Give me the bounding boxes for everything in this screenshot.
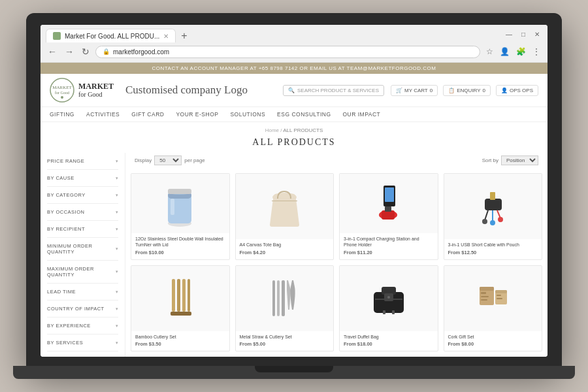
- announcement-text: CONTACT AN ACCOUNT MANAGER AT +65 8798 7…: [152, 65, 436, 71]
- enquiry-icon: 📋: [448, 88, 455, 93]
- svg-point-3: [61, 96, 63, 99]
- chevron-down-icon: ▾: [116, 210, 119, 215]
- svg-rect-31: [282, 280, 285, 316]
- browser-tab[interactable]: Market For Good. ALL PRODU... ✕: [46, 29, 176, 42]
- sidebar-filter-country: COUNTRY OF IMPACT ▾: [47, 306, 118, 318]
- svg-rect-10: [272, 201, 297, 201]
- site-header: MARKET for Good MARKET for Good Customis…: [41, 74, 547, 107]
- product-card[interactable]: Bamboo Cutlery Set From $3.50: [131, 265, 230, 352]
- product-price: From $3.50: [135, 341, 225, 347]
- product-card[interactable]: 3-in-1 USB Short Cable with Pouch From $…: [444, 173, 543, 260]
- cart-button[interactable]: 🛒 MY CART 0: [391, 85, 438, 96]
- sidebar-filter-by-recipient: BY RECIPIENT ▾: [47, 226, 118, 238]
- product-info: 12Oz Stainless Steel Double Wall Insulat…: [131, 233, 229, 259]
- chevron-down-icon: ▾: [116, 176, 119, 181]
- menu-button[interactable]: ⋮: [531, 46, 542, 57]
- chevron-down-icon: ▾: [116, 340, 119, 346]
- product-card[interactable]: 3-in-1 Compact Charging Station and Phon…: [339, 173, 438, 260]
- svg-rect-14: [382, 210, 395, 220]
- product-name: 3-in-1 USB Short Cable with Pouch: [448, 242, 538, 248]
- nav-gift-card[interactable]: GIFT CARD: [131, 111, 164, 118]
- product-price: From $4.20: [240, 250, 330, 255]
- product-card[interactable]: 12Oz Stainless Steel Double Wall Insulat…: [131, 173, 230, 260]
- sidebar-filter-by-services: BY SERVICES ▾: [47, 340, 118, 351]
- product-name: 12Oz Stainless Steel Double Wall Insulat…: [135, 236, 225, 248]
- product-name: Travel Duffel Bag: [344, 334, 434, 340]
- breadcrumb: Home / ALL PRODUCTS: [41, 125, 547, 136]
- sidebar-filter-price-range: PRICE RANGE ▾: [47, 158, 118, 170]
- svg-rect-46: [497, 295, 501, 296]
- nav-esg-consulting[interactable]: ESG CONSULTING: [277, 111, 331, 118]
- product-price: From $12.50: [448, 250, 538, 255]
- cart-count: 0: [430, 88, 433, 93]
- nav-bar: GIFTING ACTIVITIES GIFT CARD YOUR E-SHOP…: [41, 107, 547, 122]
- product-name: 3-in-1 Compact Charging Station and Phon…: [344, 236, 434, 248]
- product-image: [131, 174, 229, 233]
- user-button[interactable]: 👤 OPS OPS: [496, 85, 538, 96]
- announcement-bar: CONTACT AN ACCOUNT MANAGER AT +65 8798 7…: [41, 63, 547, 74]
- nav-solutions[interactable]: SOLUTIONS: [230, 111, 265, 118]
- svg-rect-43: [481, 292, 486, 294]
- breadcrumb-home[interactable]: Home: [265, 127, 279, 133]
- product-card[interactable]: Metal Straw & Cutlery Set From $5.00: [235, 265, 335, 352]
- sidebar-filter-by-category: BY CATEGORY ▾: [47, 192, 118, 204]
- svg-rect-44: [481, 296, 489, 297]
- product-image: [444, 174, 542, 239]
- logo-text: MARKET for Good: [78, 82, 114, 99]
- product-card[interactable]: Cork Gift Set From $8.00: [444, 265, 543, 352]
- display-select[interactable]: 50 25 100: [154, 155, 182, 165]
- search-icon: 🔍: [288, 88, 295, 93]
- chevron-down-icon: ▾: [116, 193, 119, 198]
- product-card[interactable]: A4 Canvas Tote Bag From $4.20: [235, 173, 335, 260]
- sort-label: Sort by: [482, 157, 498, 163]
- sort-select[interactable]: Position Price Name: [501, 155, 538, 165]
- product-image: [340, 174, 438, 233]
- svg-rect-40: [480, 287, 494, 291]
- product-price: From $11.20: [344, 250, 434, 255]
- product-name: Cork Gift Set: [448, 334, 538, 340]
- tab-favicon: [53, 32, 61, 40]
- product-image: [340, 266, 438, 331]
- logo-mark: MARKET for Good: [50, 78, 74, 103]
- enquiry-count: 0: [483, 88, 485, 93]
- svg-rect-16: [485, 199, 502, 210]
- svg-rect-30: [277, 280, 280, 316]
- profile-button[interactable]: 👤: [498, 46, 512, 57]
- svg-rect-8: [171, 199, 174, 215]
- browser-chrome: Market For Good. ALL PRODU... ✕ + — □ ✕ …: [41, 25, 547, 63]
- tab-close-button[interactable]: ✕: [163, 33, 169, 40]
- svg-rect-12: [385, 188, 394, 202]
- breadcrumb-current: ALL PRODUCTS: [283, 127, 323, 133]
- window-close-button[interactable]: ✕: [532, 29, 542, 39]
- refresh-button[interactable]: ↻: [80, 45, 91, 58]
- enquiry-button[interactable]: 📋 ENQUIRY 0: [443, 85, 491, 96]
- window-minimize-button[interactable]: —: [503, 29, 515, 39]
- website-content: CONTACT AN ACCOUNT MANAGER AT +65 8798 7…: [41, 63, 547, 357]
- svg-rect-24: [172, 279, 175, 312]
- chevron-down-icon: ▾: [116, 323, 119, 329]
- new-tab-button[interactable]: +: [178, 30, 189, 42]
- chevron-down-icon: ▾: [116, 227, 119, 232]
- svg-line-17: [485, 210, 488, 220]
- nav-your-eshop[interactable]: YOUR E-SHOP: [176, 111, 218, 118]
- product-info: Travel Duffel Bag From $18.00: [340, 331, 438, 351]
- sidebar-filter-max-order: MAXIMUM ORDER QUANTITY ▾: [47, 266, 118, 284]
- bookmark-button[interactable]: ☆: [484, 46, 495, 57]
- svg-rect-9: [168, 189, 191, 194]
- nav-activities[interactable]: ACTIVITIES: [86, 111, 120, 118]
- back-button[interactable]: ←: [46, 45, 59, 58]
- tab-label: Market For Good. ALL PRODU...: [65, 33, 159, 40]
- chevron-down-icon: ▾: [116, 306, 119, 312]
- nav-gifting[interactable]: GIFTING: [50, 111, 74, 118]
- address-bar[interactable]: 🔒 marketforgood.com: [95, 46, 480, 58]
- window-maximize-button[interactable]: □: [519, 29, 528, 39]
- product-card[interactable]: Travel Duffel Bag From $18.00: [339, 265, 438, 352]
- product-price: From $5.00: [240, 341, 330, 347]
- sidebar-filter-by-experience: BY EXPERIENCE ▾: [47, 323, 118, 335]
- forward-button[interactable]: →: [63, 45, 76, 58]
- extensions-button[interactable]: 🧩: [514, 46, 528, 57]
- header-search[interactable]: 🔍 SEARCH PRODUCT & SERVICES: [283, 85, 384, 96]
- product-image: [236, 266, 334, 331]
- nav-our-impact[interactable]: OUR IMPACT: [343, 111, 381, 118]
- logo-forgood: for Good: [78, 91, 114, 99]
